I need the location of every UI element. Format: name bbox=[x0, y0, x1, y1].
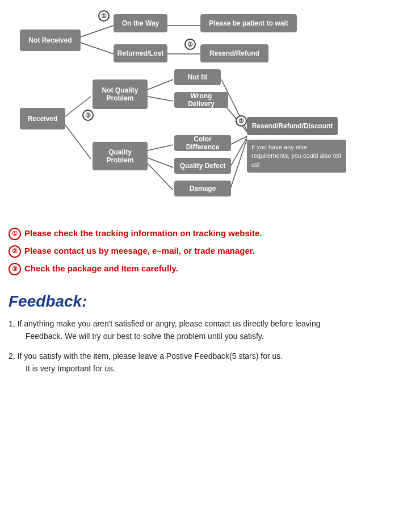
svg-line-5 bbox=[65, 125, 91, 159]
note-num-2: ② bbox=[9, 245, 21, 258]
feedback-item-1-main: If anything make you aren't satisfied or… bbox=[18, 319, 321, 328]
svg-line-1 bbox=[81, 43, 114, 54]
feedback-section: Feedback: 1, If anything make you aren't… bbox=[9, 292, 394, 375]
box-wrong-delivery: Wrong Delivery bbox=[174, 92, 228, 108]
feedback-item-2-main: If you satisfy with the item, please lea… bbox=[18, 351, 283, 361]
circle-2-top: ② bbox=[184, 39, 196, 50]
box-if-you-have: If you have any else requirements, you c… bbox=[247, 140, 346, 173]
note-text-3: Check the package and Item carefully. bbox=[24, 262, 178, 274]
svg-line-8 bbox=[148, 145, 173, 150]
circle-3: ③ bbox=[82, 110, 94, 121]
note-num-3: ③ bbox=[9, 263, 21, 275]
note-item-2: ② Please contact us by meesage, e–mail, … bbox=[9, 245, 394, 258]
box-not-received: Not Received bbox=[20, 30, 81, 51]
note-text-2: Please contact us by meesage, e–mail, or… bbox=[24, 245, 255, 257]
page-wrapper: ① ② ③ ② Not Received On the Way Returned… bbox=[0, 0, 403, 388]
feedback-item-2-indent: It is very Important for us. bbox=[9, 362, 394, 375]
svg-line-14 bbox=[230, 137, 247, 167]
svg-line-6 bbox=[148, 79, 173, 90]
feedback-title: Feedback: bbox=[9, 292, 394, 311]
box-resend-refund: Resend/Refund bbox=[200, 44, 268, 62]
box-color-difference: Color Difference bbox=[174, 135, 231, 151]
feedback-item-2-prefix: 2, bbox=[9, 351, 15, 361]
box-on-the-way: On the Way bbox=[114, 14, 167, 32]
notes-section: ① Please check the tracking information … bbox=[9, 227, 394, 275]
svg-line-10 bbox=[148, 164, 173, 190]
feedback-item-2: 2, If you satisfy with the item, please … bbox=[9, 350, 394, 375]
svg-line-9 bbox=[148, 158, 173, 167]
feedback-item-1-prefix: 1, bbox=[9, 319, 15, 328]
note-item-3: ③ Check the package and Item carefully. bbox=[9, 262, 394, 275]
note-text-1: Please check the tracking information on… bbox=[24, 227, 262, 239]
svg-line-0 bbox=[81, 26, 114, 37]
box-received: Received bbox=[20, 108, 65, 129]
circle-2-bottom: ② bbox=[236, 115, 247, 127]
box-resend-refund-discount: Resend/Refund/Discount bbox=[247, 117, 338, 135]
note-num-1: ① bbox=[9, 228, 21, 240]
box-quality-problem: Quality Problem bbox=[93, 142, 148, 170]
note-item-1: ① Please check the tracking information … bbox=[9, 227, 394, 240]
feedback-item-1: 1, If anything make you aren't satisfied… bbox=[9, 317, 394, 343]
box-not-quality-problem: Not Quality Problem bbox=[93, 79, 148, 109]
feedback-item-1-indent: Feedback. We will try our best to solve … bbox=[9, 330, 394, 342]
svg-line-15 bbox=[230, 139, 247, 190]
svg-line-13 bbox=[230, 136, 247, 145]
box-damage: Damage bbox=[174, 181, 231, 196]
box-not-fit: Not fit bbox=[174, 69, 221, 85]
box-returned-lost: Returned/Lost bbox=[114, 44, 167, 62]
circle-1-top: ① bbox=[98, 10, 110, 22]
flowchart-section: ① ② ③ ② Not Received On the Way Returned… bbox=[9, 6, 394, 221]
box-quality-defect: Quality Defect bbox=[174, 158, 231, 174]
svg-line-7 bbox=[148, 97, 173, 101]
box-please-wait: Please be patient to wait bbox=[200, 14, 297, 32]
